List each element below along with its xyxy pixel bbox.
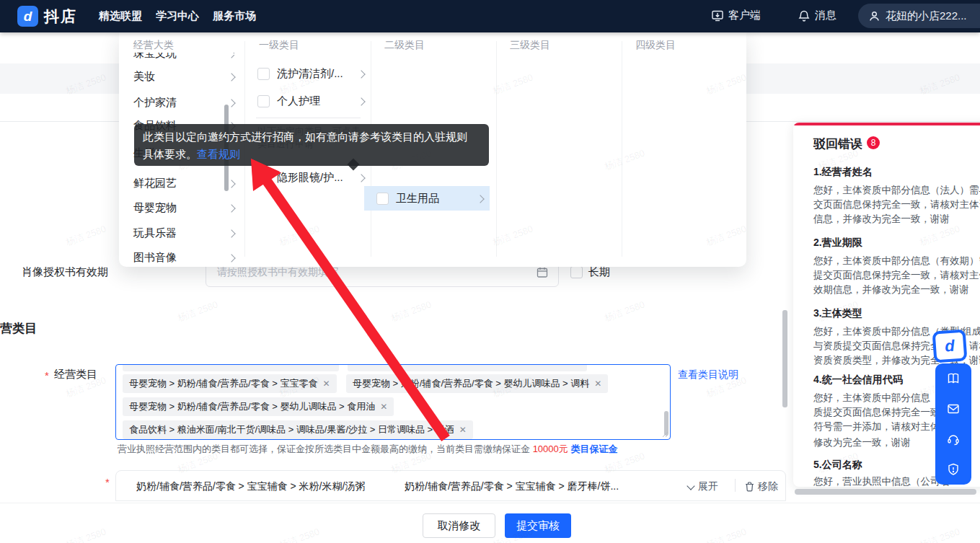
picker-item-hygiene-highlight[interactable]: 卫生用品 [364,186,490,211]
chevron-right-icon [227,204,235,212]
category-field-label: 经营类目 [54,368,97,381]
chevron-right-icon [227,180,235,187]
column-divider [622,41,622,257]
chevron-right-icon [227,73,235,81]
tag-remove-icon[interactable]: ✕ [380,402,387,412]
errors-title: 驳回错误 [813,136,862,152]
client-download-icon [711,9,724,22]
card-accent-bar [793,123,980,125]
resize-handle-icon[interactable] [662,431,668,438]
error-line: 交页面信息保持完全一致，请核对主体资质 [813,198,980,211]
shield-icon [946,462,961,477]
headset-icon [946,432,961,446]
divider-vertical [735,479,736,492]
category-helper-text: 营业执照经营范围内的类目都可选择，保证金按所选类目中金额最高的缴纳，当前类目需缴… [118,443,617,456]
picker-header-3: 三级类目 [510,39,550,52]
errors-h-scrollbar[interactable] [795,489,976,495]
error-line: 效期信息，并修改为完全一致，谢谢 [813,283,969,296]
nav-item-market[interactable]: 服务市场 [213,9,256,23]
picker-item-personal-home[interactable]: 个护家清 [133,96,234,110]
watermark-text: 杨洁 2580 [64,223,108,250]
customer-service-button[interactable] [935,424,971,454]
list-divider [256,118,361,118]
top-navbar: d 抖店 精选联盟 学习中心 服务市场 客户端 消息 花妞的小店222... [0,0,980,32]
floating-toolbar [935,363,971,485]
error-heading-3: 3.主体类型 [813,307,862,320]
portrait-validity-label: 肖像授权书有效期 [22,265,108,279]
watermark-text: 杨洁 2580 [603,299,647,325]
chevron-down-icon [687,482,694,490]
inbox-button[interactable] [935,394,971,424]
selected-category-2: 奶粉/辅食/营养品/零食 > 宝宝辅食 > 磨牙棒/饼... [405,480,619,493]
error-line: 您好，主体资质中部分信息（有效期）需与 [813,255,980,268]
picker-item-flowers[interactable]: 鲜花园艺 [133,177,234,190]
chevron-right-icon [357,97,365,105]
nav-item-alliance[interactable]: 精选联盟 [99,9,142,23]
calendar-icon[interactable] [537,267,548,278]
remove-button[interactable]: 移除 [745,480,778,493]
invite-tooltip: 此类目以定向邀约方式进行招商，如有意向请参考该类目的入驻规则 具体要求。查看规则 [134,124,489,166]
error-line: 您好，主体资质中部分信息（资 [813,392,950,405]
checkbox-icon[interactable] [376,193,389,205]
book-icon [946,371,961,386]
category-tags-input[interactable]: 母婴宠物 > 奶粉/辅食/营养品/零食 > 宝宝零食✕ 母婴宠物 > 奶粉/辅食… [115,364,671,440]
long-term-checkbox[interactable] [570,266,583,278]
expand-toggle[interactable]: 展开 [688,480,718,493]
category-tag[interactable]: 母婴宠物 > 奶粉/辅食/营养品/零食 > 婴幼儿调味品 > 食用油✕ [123,397,394,416]
nav-item-learning[interactable]: 学习中心 [156,9,199,23]
messages[interactable]: 消息 [798,9,836,22]
chevron-right-icon [227,53,234,58]
cancel-button[interactable]: 取消修改 [423,513,495,538]
picker-item-cleaning[interactable]: 洗护清洁剂/... [257,67,358,81]
checkbox-icon[interactable] [257,172,270,184]
selected-category-1: 奶粉/辅食/营养品/零食 > 宝宝辅食 > 米粉/米糊/汤粥 [136,480,365,493]
picker-item-toys[interactable]: 玩具乐器 [133,226,234,240]
douyin-shop-logo: d [932,329,968,363]
tag-remove-icon[interactable]: ✕ [322,379,330,389]
section-title: 营类目 [0,320,37,337]
user-account[interactable]: 花妞的小店222... [858,4,980,28]
error-heading-5: 5.公司名称 [813,459,862,472]
tag-clipped[interactable] [123,365,339,371]
picker-item-clipped[interactable]: 珠宝文玩 [133,53,234,62]
security-button[interactable] [935,454,971,485]
tag-clipped[interactable] [348,365,587,371]
chevron-right-icon [476,195,484,203]
brand-name[interactable]: 抖店 [44,6,77,27]
page-scrollbar[interactable] [782,310,787,407]
validity-placeholder: 请按照授权书中有效期填写 [217,266,338,279]
picker-item-personal-care[interactable]: 个人护理 [257,94,358,108]
view-category-link[interactable]: 查看类目说明 [678,368,738,381]
picker-item-books[interactable]: 图书音像 [133,251,234,265]
view-rules-link[interactable]: 查看规则 [197,148,240,160]
chevron-right-icon [227,99,235,107]
tag-remove-icon[interactable]: ✕ [594,379,601,389]
error-line: 您好，主体资质中部分信息（法人）需与资 [813,184,980,197]
handbook-button[interactable] [935,363,971,394]
error-heading-2: 2.营业期限 [813,237,862,250]
chevron-right-icon [357,174,365,182]
checkbox-icon[interactable] [257,95,270,107]
picker-header-1: 一级类目 [259,39,299,52]
column-divider [496,41,497,257]
error-line: 质提交页面信息保持完全一致， [813,406,950,419]
picker-header-4: 四级类目 [635,39,676,52]
submit-button[interactable]: 提交审核 [505,513,571,538]
deposit-amount: 10000元 [533,443,568,454]
category-tag[interactable]: 母婴宠物 > 奶粉/辅食/营养品/零食 > 宝宝零食✕ [123,374,337,393]
error-line: 修改为完全一致，谢谢 [813,436,911,449]
tag-remove-icon[interactable]: ✕ [459,425,467,435]
required-asterisk: * [105,476,110,488]
douyin-shop-logo[interactable]: d [17,6,38,27]
picker-item-beauty[interactable]: 美妆 [133,70,234,84]
client-download[interactable]: 客户端 [711,9,761,22]
checkbox-icon[interactable] [257,68,270,80]
category-tag[interactable]: 母婴宠物 > 奶粉/辅食/营养品/零食 > 婴幼儿调味品 > 调料✕ [346,374,608,393]
picker-item-contact-lens[interactable]: 隐形眼镜/护... [257,171,358,185]
error-line: 符号需一并添加，请核对主体资 [813,420,950,433]
picker-header-2: 二级类目 [384,39,425,52]
errors-count-badge: 8 [867,136,880,149]
category-tag[interactable]: 食品饮料 > 粮油米面/南北干货/调味品 > 调味品/果酱/沙拉 > 日常调味品… [123,420,473,439]
picker-item-mother-baby[interactable]: 母婴宠物 [133,201,234,215]
deposit-link[interactable]: 类目保证金 [570,443,617,454]
